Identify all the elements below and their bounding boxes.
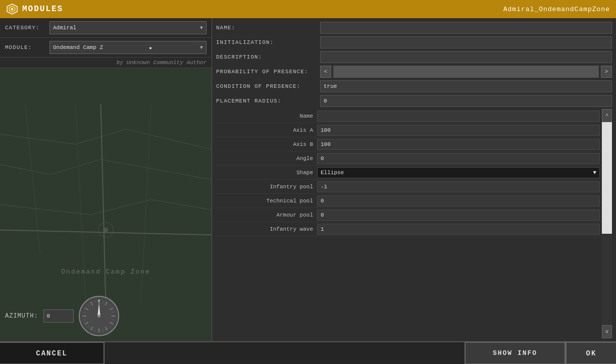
sub-shape-dropdown[interactable]: Ellipse ▼ — [317, 167, 600, 178]
module-dropdown-arrow: ▼ — [200, 45, 203, 50]
init-row: INITIALIZATION: — [216, 36, 612, 49]
module-row: MODULE: Ondemand Camp Z ★ ▼ — [0, 38, 212, 58]
svg-line-27 — [85, 322, 88, 324]
cancel-button[interactable]: CANCEL — [0, 342, 105, 364]
radius-label: PLACEMENT RADIUS: — [216, 98, 317, 104]
svg-line-9 — [0, 205, 91, 215]
category-value: Admiral — [53, 25, 76, 31]
prob-increase-btn[interactable]: > — [601, 66, 612, 78]
category-dropdown-arrow: ▼ — [200, 25, 203, 31]
category-dropdown[interactable]: Admiral ▼ — [49, 21, 207, 34]
svg-line-38 — [87, 326, 89, 327]
svg-line-4 — [76, 129, 126, 144]
sub-name-input[interactable] — [317, 111, 600, 122]
sub-angle-input[interactable] — [317, 153, 600, 164]
sub-infantry-wave-row: Infantry wave — [216, 222, 602, 236]
module-value: Ondemand Camp Z — [53, 44, 103, 50]
sub-technical-row: Technical pool — [216, 194, 602, 208]
init-input[interactable] — [320, 36, 612, 48]
svg-line-26 — [90, 327, 92, 330]
sub-infantry-wave-input[interactable] — [317, 224, 600, 235]
app-title: MODULES — [22, 5, 63, 14]
svg-line-8 — [101, 160, 212, 180]
sub-axisb-row: Axis B — [216, 137, 602, 151]
svg-line-36 — [102, 330, 103, 332]
name-label: NAME: — [216, 25, 317, 31]
svg-line-37 — [94, 330, 95, 332]
sub-content: Name Axis A Axis B Angle — [216, 109, 602, 236]
window-title: Admiral_OndemandCampZone — [503, 6, 610, 13]
svg-line-5 — [126, 129, 212, 149]
cond-input[interactable] — [320, 80, 612, 92]
svg-point-2 — [11, 8, 13, 10]
sub-infantry-label: Infantry pool — [216, 184, 317, 190]
name-row: NAME: — [216, 21, 612, 34]
module-label: MODULE: — [5, 44, 45, 50]
scroll-up-btn[interactable]: ^ — [602, 109, 612, 122]
sub-name-row: Name — [216, 109, 602, 123]
sub-armour-label: Armour pool — [216, 212, 317, 218]
module-dropdown[interactable]: Ondemand Camp Z ★ ▼ — [49, 41, 207, 54]
sub-axisa-input[interactable] — [317, 125, 600, 136]
svg-line-20 — [105, 302, 107, 305]
sub-infantry-input[interactable] — [317, 181, 600, 192]
title-bar-left: MODULES — [6, 3, 63, 15]
bottom-bar: CANCEL SHOW INFO OK — [0, 341, 616, 364]
ok-button[interactable]: OK — [566, 342, 616, 364]
show-info-button[interactable]: SHOW INFO — [465, 342, 566, 364]
svg-point-18 — [104, 227, 109, 232]
sub-angle-label: Angle — [216, 155, 317, 162]
scroll-down-btn[interactable]: v — [602, 325, 612, 338]
module-star: ★ — [149, 44, 152, 51]
desc-input[interactable] — [320, 51, 612, 63]
scrollbar-track: ^ v — [602, 109, 612, 338]
radius-row: PLACEMENT RADIUS: — [216, 94, 612, 108]
modules-icon — [6, 3, 18, 15]
svg-line-3 — [0, 134, 76, 144]
sub-angle-row: Angle — [216, 151, 602, 166]
map-area: Ondemand Camp Zone AZIMUTH: — [0, 68, 212, 341]
svg-line-32 — [109, 304, 110, 306]
svg-line-39 — [83, 320, 85, 320]
name-input[interactable] — [320, 22, 612, 34]
title-bar: MODULES Admiral_OndemandCampZone — [0, 0, 616, 18]
sub-axisb-input[interactable] — [317, 139, 600, 150]
right-panel: NAME: INITIALIZATION: DESCRIPTION: PROBA… — [212, 18, 616, 341]
svg-point-45 — [97, 315, 100, 318]
prob-bar — [333, 66, 599, 78]
author-line: by Unknown Community Author — [0, 58, 212, 68]
prob-row: PROBABILITY OF PRESENCE: < > — [216, 65, 612, 78]
left-panel: CATEGORY: Admiral ▼ MODULE: Ondemand Cam… — [0, 18, 212, 341]
azimuth-section: AZIMUTH: — [5, 296, 119, 336]
sub-axisb-label: Axis B — [216, 141, 317, 147]
prob-label: PROBABILITY OF PRESENCE: — [216, 69, 317, 75]
radius-input[interactable] — [320, 95, 612, 107]
svg-line-24 — [105, 327, 107, 330]
sub-technical-input[interactable] — [317, 195, 600, 206]
svg-line-29 — [85, 308, 88, 310]
sub-armour-input[interactable] — [317, 210, 600, 221]
svg-line-30 — [90, 302, 92, 305]
svg-line-41 — [87, 304, 89, 306]
sub-infantry-row: Infantry pool — [216, 180, 602, 194]
init-label: INITIALIZATION: — [216, 39, 317, 45]
sub-technical-label: Technical pool — [216, 198, 317, 204]
desc-label: DESCRIPTION: — [216, 54, 317, 60]
svg-line-7 — [50, 160, 101, 175]
svg-line-12 — [25, 104, 40, 255]
prob-decrease-btn[interactable]: < — [320, 66, 331, 78]
svg-line-21 — [110, 308, 113, 310]
cond-row: CONDITION OF PRESENCE: — [216, 80, 612, 93]
sub-shape-label: Shape — [216, 170, 317, 176]
desc-row: DESCRIPTION: — [216, 50, 612, 64]
scrollbar-thumb[interactable] — [602, 122, 612, 234]
compass-dial: N — [79, 296, 119, 336]
svg-line-23 — [110, 322, 113, 324]
sub-infantry-wave-label: Infantry wave — [216, 226, 317, 232]
category-label: CATEGORY: — [5, 25, 45, 31]
sub-shape-row: Shape Ellipse ▼ — [216, 166, 602, 180]
scrollbar-area — [602, 122, 612, 325]
svg-line-6 — [0, 165, 50, 175]
azimuth-input[interactable] — [43, 309, 74, 323]
svg-line-42 — [94, 300, 95, 303]
